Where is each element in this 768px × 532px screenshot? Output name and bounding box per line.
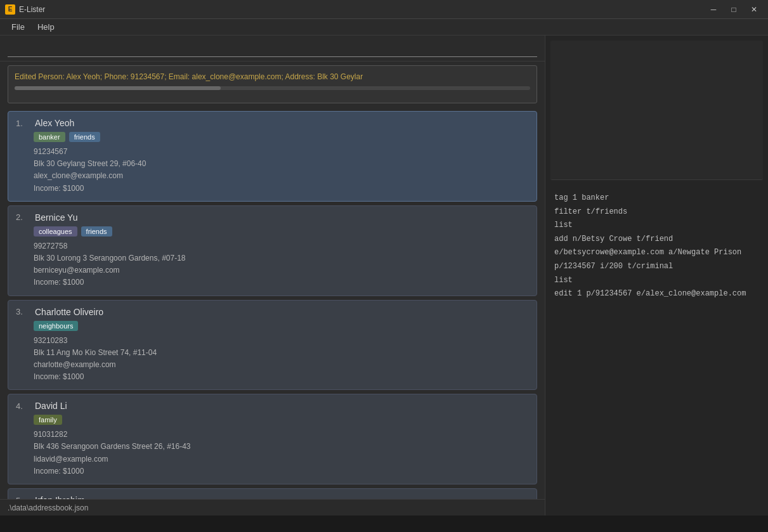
contact-income: Income: $1000 xyxy=(34,371,529,383)
contact-name-row: 2.Bernice Yu xyxy=(16,212,529,223)
contact-phone: 91031282 xyxy=(34,429,529,441)
tag-friends: friends xyxy=(69,132,100,142)
tag-neighbours: neighbours xyxy=(34,321,78,331)
contact-name: Alex Yeoh xyxy=(35,118,74,128)
status-text: .\data\addressbook.json xyxy=(8,503,88,512)
contact-name: David Li xyxy=(35,401,67,411)
contacts-list[interactable]: 1.Alex Yeohbankerfriends91234567Blk 30 G… xyxy=(0,107,545,499)
tag-colleagues: colleagues xyxy=(34,226,77,237)
contact-card[interactable]: 5.Irfan Ibrahimclassmates92492021Blk 47 … xyxy=(8,488,537,499)
contact-phone: 99272758 xyxy=(34,240,529,252)
tag-family: family xyxy=(34,415,62,425)
contact-index: 1. xyxy=(16,119,31,128)
command-line-0: tag 1 banker xyxy=(554,191,759,205)
contact-index: 3. xyxy=(16,307,31,316)
app-icon: E xyxy=(5,4,15,15)
contact-info: 91031282Blk 436 Serangoon Gardens Street… xyxy=(16,429,529,477)
contact-index: 4. xyxy=(16,401,31,411)
close-button[interactable]: ✕ xyxy=(745,3,763,16)
tags-row: neighbours xyxy=(16,321,529,331)
app-title: E-Lister xyxy=(19,5,45,14)
contact-name-row: 1.Alex Yeoh xyxy=(16,118,529,128)
contact-address: Blk 30 Geylang Street 29, #06-40 xyxy=(34,158,529,170)
contact-name-row: 4.David Li xyxy=(16,401,529,411)
contact-card[interactable]: 3.Charlotte Oliveironeighbours93210283Bl… xyxy=(8,300,537,391)
right-panel: tag 1 bankerfilter t/friendslistadd n/Be… xyxy=(545,36,768,516)
contact-info: 91234567Blk 30 Geylang Street 29, #06-40… xyxy=(16,146,529,195)
menu-bar: File Help xyxy=(0,19,768,36)
contact-address: Blk 436 Serangoon Gardens Street 26, #16… xyxy=(34,441,529,453)
contact-address: Blk 11 Ang Mo Kio Street 74, #11-04 xyxy=(34,347,529,359)
contact-card[interactable]: 2.Bernice Yucolleaguesfriends99272758Blk… xyxy=(8,205,537,296)
right-commands-area: tag 1 bankerfilter t/friendslistadd n/Be… xyxy=(545,185,768,516)
contact-address: Blk 30 Lorong 3 Serangoon Gardens, #07-1… xyxy=(34,252,529,264)
contact-name: Bernice Yu xyxy=(35,212,77,223)
contact-name-row: 3.Charlotte Oliveiro xyxy=(16,307,529,317)
contact-income: Income: $1000 xyxy=(34,465,529,477)
command-line-2: list xyxy=(554,219,759,233)
tag-banker: banker xyxy=(34,132,65,142)
tag-friends: friends xyxy=(81,226,112,237)
command-line-3: add n/Betsy Crowe t/friend e/betsycrowe@… xyxy=(554,233,759,274)
info-bar: Edited Person: Alex Yeoh; Phone: 9123456… xyxy=(8,65,537,103)
contact-email: charlotte@example.com xyxy=(34,359,529,371)
contact-name: Charlotte Oliveiro xyxy=(35,307,103,317)
search-area xyxy=(0,36,545,62)
contact-card[interactable]: 1.Alex Yeohbankerfriends91234567Blk 30 G… xyxy=(8,111,537,202)
info-scrollbar[interactable] xyxy=(15,86,530,90)
right-image-area xyxy=(550,41,763,180)
contact-income: Income: $1000 xyxy=(34,276,529,289)
command-line-1: filter t/friends xyxy=(554,205,759,219)
contact-info: 99272758Blk 30 Lorong 3 Serangoon Garden… xyxy=(16,240,529,289)
tags-row: colleaguesfriends xyxy=(16,226,529,237)
title-bar: E E-Lister ─ □ ✕ xyxy=(0,0,768,19)
contact-income: Income: $1000 xyxy=(34,183,529,195)
scrollbar-thumb xyxy=(15,86,221,90)
status-bar: .\data\addressbook.json xyxy=(0,499,545,516)
maximize-button[interactable]: □ xyxy=(725,3,743,16)
app-container: Edited Person: Alex Yeoh; Phone: 9123456… xyxy=(0,36,768,516)
command-line-4: list xyxy=(554,274,759,288)
menu-help[interactable]: Help xyxy=(31,20,61,34)
contact-phone: 93210283 xyxy=(34,335,529,347)
minimize-button[interactable]: ─ xyxy=(705,3,722,16)
search-input[interactable] xyxy=(8,42,537,57)
window-controls: ─ □ ✕ xyxy=(705,3,763,16)
menu-file[interactable]: File xyxy=(5,20,31,34)
info-text: Edited Person: Alex Yeoh; Phone: 9123456… xyxy=(15,71,530,82)
left-panel: Edited Person: Alex Yeoh; Phone: 9123456… xyxy=(0,36,545,516)
contact-index: 2. xyxy=(16,212,31,222)
contact-email: alex_clone@example.com xyxy=(34,170,529,182)
contact-email: lidavid@example.com xyxy=(34,453,529,465)
command-line-5: edit 1 p/91234567 e/alex_clone@example.c… xyxy=(554,287,759,301)
contact-phone: 91234567 xyxy=(34,146,529,158)
contact-card[interactable]: 4.David Lifamily91031282Blk 436 Serangoo… xyxy=(8,394,537,484)
contact-info: 93210283Blk 11 Ang Mo Kio Street 74, #11… xyxy=(16,335,529,384)
tags-row: bankerfriends xyxy=(16,132,529,142)
contact-email: berniceyu@example.com xyxy=(34,264,529,276)
tags-row: family xyxy=(16,415,529,425)
